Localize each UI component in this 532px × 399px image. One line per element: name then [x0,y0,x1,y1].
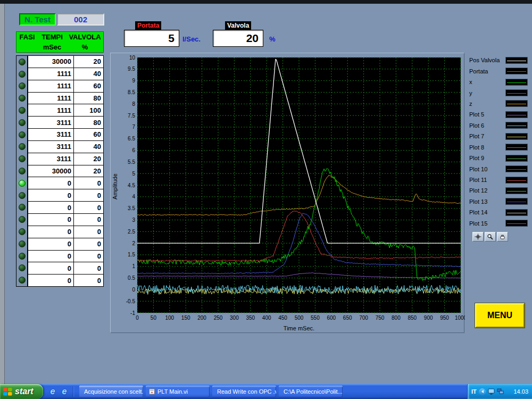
tempi-cell[interactable]: 0 [28,177,74,189]
portata-value-field[interactable]: 5 [124,30,179,47]
valvola-cell[interactable]: 0 [74,189,103,201]
legend-plot-sample[interactable] [505,68,528,74]
legend-plot-sample[interactable] [505,144,528,151]
tempi-cell[interactable]: 1111 [28,68,74,80]
legend-plot-sample[interactable] [505,100,528,107]
legend-label: Plot 9 [469,155,484,161]
legend-item[interactable]: Plot 14 [468,207,528,218]
tempi-cell[interactable]: 1111 [28,104,74,116]
svg-text:200: 200 [197,315,206,321]
legend-item[interactable]: z [468,98,528,109]
test-number-display[interactable]: 002 [57,13,104,26]
tempi-cell[interactable]: 3111 [28,129,74,140]
tempi-cell[interactable]: 30000 [28,165,74,177]
language-indicator[interactable]: IT [471,388,477,395]
internet-explorer-icon[interactable]: e [47,386,58,397]
taskbar-task-button[interactable]: PLT Main.vi [146,386,210,397]
tempi-cell[interactable]: 1111 [28,80,74,92]
valvola-cell[interactable]: 0 [74,251,103,262]
tempi-cell[interactable]: 1111 [28,93,74,104]
task-button-label: PLT Main.vi [157,388,188,395]
legend-label: y [469,90,472,96]
menu-button[interactable]: MENU [475,303,525,328]
display-tray-icon[interactable] [488,388,495,395]
valvola-cell[interactable]: 0 [74,275,103,286]
valvola-cell[interactable]: 20 [74,165,103,177]
legend-plot-sample[interactable] [505,79,528,86]
legend-plot-sample[interactable] [505,89,528,96]
valvola-cell[interactable]: 0 [74,238,103,250]
legend-plot-sample[interactable] [505,133,528,140]
valvola-cell[interactable]: 100 [74,104,103,116]
tempi-cell[interactable]: 3111 [28,117,74,128]
legend-item[interactable]: Plot 11 [468,174,528,185]
valvola-cell[interactable]: 60 [74,80,103,92]
portata-unit-label: l/Sec. [182,35,201,43]
legend-plot-sample[interactable] [505,177,528,184]
legend-plot-sample[interactable] [505,165,528,172]
tempi-cell[interactable]: 30000 [28,56,74,68]
tempi-cell[interactable]: 0 [28,189,74,201]
legend-item[interactable]: Plot 9 [468,153,528,163]
valvola-cell[interactable]: 40 [74,68,103,80]
legend-plot-sample[interactable] [505,111,528,118]
taskbar-task-button[interactable]: C:\A Politecnico\Polit... [279,386,343,397]
valvola-cell[interactable]: 80 [74,117,103,128]
legend-item[interactable]: Plot 6 [468,120,528,131]
tempi-cell[interactable]: 3111 [28,141,74,153]
valvola-cell[interactable]: 0 [74,226,103,238]
tempi-cell[interactable]: 0 [28,214,74,226]
tempi-cell[interactable]: 0 [28,251,74,262]
legend-plot-line [507,169,526,170]
valvola-cell[interactable]: 40 [74,141,103,153]
internet-explorer-icon[interactable]: e [59,386,70,397]
legend-item[interactable]: Plot 15 [468,218,528,229]
legend-item[interactable]: Plot 7 [468,131,528,142]
tempi-cell[interactable]: 0 [28,226,74,238]
network-tray-icon[interactable] [497,388,504,395]
legend-item[interactable]: x [468,77,528,87]
legend-plot-sample[interactable] [505,220,528,227]
crosshair-tool-button[interactable] [472,232,484,242]
valvola-cell[interactable]: 20 [74,153,103,165]
tempi-cell[interactable]: 3111 [28,153,74,165]
legend-plot-sample[interactable] [505,57,528,64]
valvola-cell[interactable]: 0 [74,214,103,226]
taskbar-task-button[interactable]: Read Write con OPC .vi [212,386,276,397]
hide-inactive-icons-button[interactable] [479,388,486,395]
zoom-tool-button[interactable] [485,232,496,242]
legend-plot-sample[interactable] [505,155,528,162]
svg-text:850: 850 [408,315,417,321]
tempi-cell[interactable]: 0 [28,275,74,286]
legend-item[interactable]: Plot 12 [468,185,528,196]
valvola-value-field[interactable]: 20 [213,30,263,47]
valvola-cell[interactable]: 80 [74,93,103,104]
legend-plot-sample[interactable] [505,198,528,205]
pan-tool-button[interactable] [497,232,508,242]
tempi-cell[interactable]: 0 [28,238,74,250]
legend-item[interactable]: y [468,87,528,98]
start-button[interactable]: start [0,384,43,399]
legend-plot-sample[interactable] [505,209,528,216]
waveform-chart-plot-area[interactable]: 0501001502002503003504004505005506006507… [118,54,465,323]
phase-led [19,131,26,138]
legend-item[interactable]: Plot 10 [468,163,528,174]
valvola-cell[interactable]: 60 [74,129,103,140]
valvola-cell[interactable]: 0 [74,202,103,213]
legend-item[interactable]: Portata [468,65,528,76]
valvola-cell[interactable]: 0 [74,177,103,189]
svg-text:800: 800 [392,315,401,321]
legend-item[interactable]: Plot 13 [468,196,528,207]
legend-plot-line [507,137,526,137]
taskbar-task-button[interactable]: Acquisizione con scelt... [79,386,143,397]
legend-item[interactable]: Plot 5 [468,109,528,120]
legend-item[interactable]: Pos Valvola [468,55,528,65]
valvola-cell[interactable]: 20 [74,56,103,68]
valvola-cell[interactable]: 0 [74,262,103,274]
legend-item[interactable]: Plot 8 [468,142,528,153]
tempi-cell[interactable]: 0 [28,262,74,274]
legend-plot-sample[interactable] [505,187,528,194]
legend-plot-sample[interactable] [505,122,528,129]
svg-text:9: 9 [132,78,135,84]
tempi-cell[interactable]: 0 [28,202,74,213]
